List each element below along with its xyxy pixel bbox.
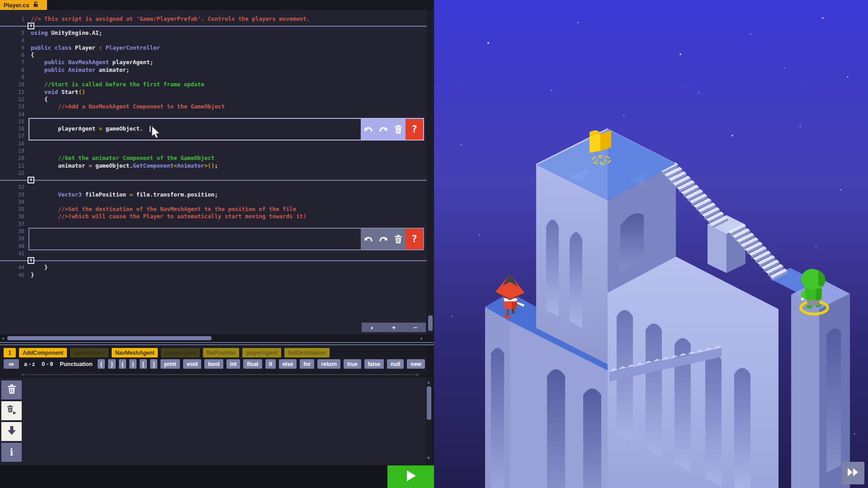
editor-vertical-scrollbar[interactable]: ▼: [427, 10, 434, 334]
code-line: 7 public NavMeshAgent playerAgent;: [0, 59, 427, 66]
code-line: 1//> This script is assigned at 'Game/Pl…: [0, 15, 427, 23]
palette-key-else[interactable]: else: [279, 359, 297, 369]
code-line: 9: [0, 74, 427, 81]
hint-button[interactable]: ?: [406, 119, 423, 140]
palette-key-if[interactable]: if: [265, 359, 276, 369]
palette-key-bool[interactable]: bool: [204, 359, 223, 369]
answer-box-1[interactable]: ?: [28, 118, 424, 141]
line-number: 16: [0, 125, 31, 132]
info-button[interactable]: i: [1, 443, 22, 462]
fast-forward-button[interactable]: [842, 462, 864, 484]
palette-key-}[interactable]: }: [108, 359, 116, 369]
palette-key-true[interactable]: true: [344, 359, 361, 369]
clear-on-run-button[interactable]: [1, 401, 22, 420]
infinity-button[interactable]: ∞: [4, 359, 19, 369]
code-text: void Start(): [31, 89, 85, 96]
undo-button[interactable]: [361, 119, 376, 140]
code-line: 33 Vector3 filePosition = file.transform…: [0, 191, 427, 198]
scrollbar-thumb[interactable]: [427, 386, 431, 420]
palette-group-Punctuation[interactable]: Punctuation: [60, 361, 92, 367]
trash-icon: [7, 384, 17, 396]
run-button[interactable]: [387, 465, 434, 488]
output-console: i ▲ ▼: [0, 378, 427, 465]
zoom-out-button[interactable]: −: [413, 324, 417, 332]
palette-key-([interactable]: (: [119, 359, 126, 369]
line-number: 39: [0, 235, 31, 242]
palette-key-print[interactable]: print: [160, 359, 180, 369]
code-text: //Start is called before the first frame…: [31, 81, 204, 88]
palette-keyword-AddComponent[interactable]: AddComponent: [19, 348, 67, 357]
line-number: 34: [0, 198, 31, 206]
clear-console-button[interactable]: [1, 380, 22, 399]
palette-group-0-9[interactable]: 0 - 9: [42, 361, 53, 367]
palette-scroll-right-arrow[interactable]: ▶: [416, 371, 420, 377]
palette-keyword-playerAgent[interactable]: playerAgent: [161, 348, 199, 357]
answer-box-2[interactable]: ?: [28, 228, 424, 250]
line-number: 14: [0, 111, 31, 118]
palette-key-false[interactable]: false: [364, 359, 384, 369]
scroll-right-arrow[interactable]: ›: [420, 335, 422, 342]
redo-button[interactable]: [376, 119, 391, 140]
fold-expand-button[interactable]: +: [28, 177, 34, 183]
palette-group-a-z[interactable]: a - z: [24, 361, 35, 367]
palette-key-int[interactable]: int: [226, 359, 241, 369]
palette-scroll-left-arrow[interactable]: ◀: [21, 371, 24, 377]
palette-key-)[interactable]: ): [129, 359, 137, 369]
code-line: 36 //>(which will cause the Player to au…: [0, 213, 427, 220]
tab-player-cs[interactable]: Player.cs: [0, 0, 47, 10]
code-line: 18: [0, 140, 427, 147]
editor-zoom-bar: ◐ + −: [362, 323, 426, 332]
code-line: 45}: [0, 272, 427, 279]
scrollbar-thumb[interactable]: [7, 336, 212, 340]
palette-keyword-gameObject[interactable]: gameObject: [70, 348, 108, 357]
palette-keyword-filePosition[interactable]: filePosition: [203, 348, 240, 357]
palette-key-new[interactable]: new: [407, 359, 425, 369]
line-number: 21: [0, 162, 31, 169]
code-line: 20 //Get the animator Component of the G…: [0, 155, 427, 162]
scroll-down-arrow[interactable]: ▼: [426, 455, 431, 460]
editor-horizontal-scrollbar[interactable]: ‹ ›: [0, 334, 427, 342]
delete-line-button[interactable]: [391, 229, 406, 249]
palette-key-for[interactable]: for: [300, 359, 314, 369]
code-line: 44 }: [0, 264, 427, 271]
hint-button[interactable]: ?: [406, 229, 423, 249]
fold-separator: [0, 180, 427, 181]
undo-button[interactable]: [361, 229, 376, 249]
code-line: 14: [0, 111, 427, 118]
fold-expand-button[interactable]: +: [28, 23, 34, 29]
console-vertical-scrollbar[interactable]: ▲ ▼: [426, 378, 432, 465]
scroll-left-arrow[interactable]: ‹: [2, 335, 4, 342]
palette-key-{[interactable]: {: [98, 359, 105, 369]
palette-key-null[interactable]: null: [387, 359, 404, 369]
code-line: 4: [0, 37, 427, 44]
palette-key-return[interactable]: return: [317, 359, 340, 369]
palette-key-float[interactable]: float: [243, 359, 262, 369]
palette-key-[[interactable]: [: [140, 359, 147, 369]
zoom-in-button[interactable]: +: [392, 324, 396, 332]
redo-button[interactable]: [376, 229, 391, 249]
line-number: 17: [0, 132, 31, 140]
fast-forward-icon: [847, 467, 859, 479]
palette-keyword-playerAgent[interactable]: playerAgent: [242, 348, 281, 357]
code-line: 5public class Player : PlayerController: [0, 44, 427, 52]
line-number: 13: [0, 103, 31, 110]
palette-key-void[interactable]: void: [183, 359, 202, 369]
scroll-down-arrow[interactable]: ▼: [428, 328, 433, 333]
palette-key-][interactable]: ]: [150, 359, 157, 369]
game-viewport[interactable]: [434, 0, 868, 488]
scroll-to-bottom-button[interactable]: [1, 422, 22, 441]
scroll-up-arrow[interactable]: ▲: [426, 380, 431, 385]
code-line: 32: [0, 183, 427, 191]
contrast-icon[interactable]: ◐: [371, 324, 374, 332]
fold-expand-button[interactable]: +: [28, 257, 34, 264]
delete-line-button[interactable]: [391, 119, 406, 140]
code-text: //Get the animator Component of the Game…: [31, 155, 214, 162]
line-number: 35: [0, 206, 31, 213]
palette-keyword-NavMeshAgent[interactable]: NavMeshAgent: [112, 348, 158, 357]
fold-row: +: [0, 177, 427, 183]
palette-scrollbar[interactable]: ◀ ▶: [21, 371, 420, 377]
palette-keyword-SetDestination[interactable]: SetDestination: [284, 348, 330, 357]
line-number: 12: [0, 96, 31, 103]
bottom-bar: [0, 465, 434, 488]
text-caret: [150, 126, 151, 132]
